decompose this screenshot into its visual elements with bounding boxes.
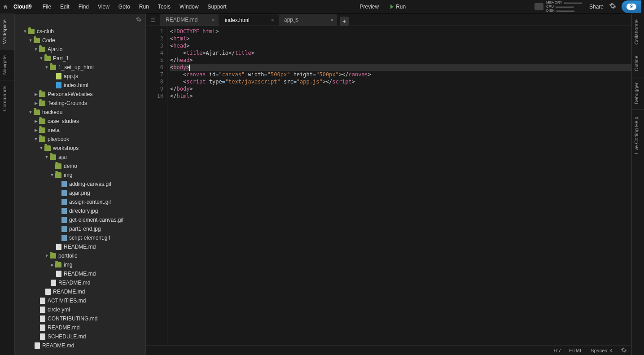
tree-file[interactable]: adding-canvas.gif xyxy=(15,180,145,188)
right-rail-collaborate[interactable]: Collaborate xyxy=(632,13,644,50)
close-icon[interactable]: × xyxy=(271,17,274,23)
code-line[interactable]: </head> xyxy=(170,57,631,64)
stats-icon[interactable] xyxy=(534,3,543,10)
share-button[interactable]: Share xyxy=(587,4,606,10)
logo[interactable]: Cloud9 xyxy=(12,4,34,10)
caret-icon[interactable] xyxy=(50,263,54,267)
menu-window[interactable]: Window xyxy=(175,2,203,12)
caret-icon[interactable] xyxy=(34,128,38,132)
caret-icon[interactable] xyxy=(28,110,33,114)
tree-file[interactable]: part1-end.jpg xyxy=(15,224,145,233)
code-line[interactable]: </body> xyxy=(170,85,631,92)
tree-file[interactable]: ACTIVITIES.md xyxy=(15,296,145,305)
caret-icon[interactable] xyxy=(39,56,44,61)
tree-file[interactable]: README.md xyxy=(15,269,145,278)
caret-icon[interactable] xyxy=(50,173,54,177)
tree-folder[interactable]: Ajar.io xyxy=(15,45,145,54)
right-rail-outline[interactable]: Outline xyxy=(632,50,644,77)
code-body[interactable]: <!DOCTYPE html><html><head> <title>Ajar.… xyxy=(167,26,631,345)
tree-folder[interactable]: case_studies xyxy=(15,117,145,126)
caret-icon[interactable] xyxy=(44,254,49,258)
tree-folder[interactable]: Testing-Grounds xyxy=(15,99,145,108)
cloud9-badge[interactable]: 9 xyxy=(622,0,641,13)
status-gear-icon[interactable] xyxy=(621,347,627,354)
file-tree[interactable]: cs-clubCodeAjar.ioPart_11_set_up_htmlapp… xyxy=(15,26,145,355)
caret-icon[interactable] xyxy=(34,92,38,96)
close-icon[interactable]: × xyxy=(330,17,333,23)
tree-folder[interactable]: playbook xyxy=(15,135,145,144)
caret-icon[interactable] xyxy=(39,146,44,150)
tree-file[interactable]: circle.yml xyxy=(15,305,145,314)
tree-file[interactable]: SCHEDULE.md xyxy=(15,332,145,341)
tree-file[interactable]: directory.jpg xyxy=(15,206,145,215)
status-lang[interactable]: HTML xyxy=(569,348,583,353)
code-line[interactable]: <script type="text/javascript" src="app.… xyxy=(170,78,631,85)
right-rail-debugger[interactable]: Debugger xyxy=(632,77,644,110)
menu-run[interactable]: Run xyxy=(135,2,153,12)
tree-file[interactable]: app.js xyxy=(15,72,145,81)
sidebar-gear-icon[interactable] xyxy=(136,16,142,24)
home-icon[interactable] xyxy=(3,4,9,10)
tree-file[interactable]: README.md xyxy=(15,323,145,332)
caret-icon[interactable] xyxy=(23,29,27,34)
tree-folder[interactable]: Personal-Websites xyxy=(15,90,145,99)
tree-file[interactable]: README.md xyxy=(15,287,145,296)
code-line[interactable]: <!DOCTYPE html> xyxy=(170,28,631,35)
tree-folder[interactable]: img xyxy=(15,260,145,269)
left-rail-commands[interactable]: Commands xyxy=(0,80,14,116)
caret-icon[interactable] xyxy=(34,47,38,52)
caret-icon[interactable] xyxy=(34,119,38,123)
tree-folder[interactable]: hackedu xyxy=(15,108,145,117)
menu-support[interactable]: Support xyxy=(203,2,231,12)
code-line[interactable]: <head> xyxy=(170,42,631,49)
menu-find[interactable]: Find xyxy=(74,2,93,12)
tree-file[interactable]: CONTRIBUTING.md xyxy=(15,314,145,323)
caret-icon[interactable] xyxy=(28,38,33,43)
caret-icon[interactable] xyxy=(44,155,49,159)
close-icon[interactable]: × xyxy=(211,17,215,23)
code-line[interactable]: <body> xyxy=(170,64,631,71)
status-spaces[interactable]: Spaces: 4 xyxy=(591,348,613,353)
tree-file[interactable]: README.md xyxy=(15,242,145,251)
tree-file[interactable]: README.md xyxy=(15,341,145,350)
tree-file[interactable]: script-element.gif xyxy=(15,233,145,242)
code-line[interactable]: <html> xyxy=(170,35,631,42)
tree-folder[interactable]: img xyxy=(15,171,145,180)
tree-folder[interactable]: cs-club xyxy=(15,27,145,36)
tree-folder[interactable]: 1_set_up_html xyxy=(15,63,145,72)
tree-folder[interactable]: Code xyxy=(15,36,145,45)
tab-index-html[interactable]: index.html× xyxy=(219,14,278,26)
tree-file[interactable]: get-element-canvas.gif xyxy=(15,215,145,224)
caret-icon[interactable] xyxy=(34,137,38,141)
tree-file[interactable]: index.html xyxy=(15,81,145,90)
code-line[interactable]: </html> xyxy=(170,92,631,100)
tree-folder[interactable]: workshops xyxy=(15,144,145,153)
menu-goto[interactable]: Goto xyxy=(114,2,135,12)
gear-icon[interactable] xyxy=(609,2,616,11)
tree-file[interactable]: assign-context.gif xyxy=(15,197,145,206)
left-rail-navigate[interactable]: Navigate xyxy=(0,49,14,80)
tree-file[interactable]: agar.png xyxy=(15,188,145,197)
menu-edit[interactable]: Edit xyxy=(56,2,74,12)
tree-folder[interactable]: portfolio xyxy=(15,251,145,260)
tab-app-js[interactable]: app.js× xyxy=(279,14,337,26)
tree-folder[interactable]: meta xyxy=(15,126,145,135)
menu-tools[interactable]: Tools xyxy=(153,2,175,12)
menu-view[interactable]: View xyxy=(93,2,114,12)
menu-file[interactable]: File xyxy=(38,2,56,12)
left-rail-workspace[interactable]: Workspace xyxy=(0,13,14,49)
sidebar-toggle-icon[interactable]: ☰ xyxy=(148,15,158,26)
caret-icon[interactable] xyxy=(44,65,49,70)
code-editor[interactable]: 12345678910 <!DOCTYPE html><html><head> … xyxy=(146,26,631,345)
preview-button[interactable]: Preview xyxy=(356,2,383,12)
tree-file[interactable]: README.md xyxy=(15,278,145,287)
tree-folder[interactable]: ajar xyxy=(15,153,145,162)
right-rail-live-coding-help-[interactable]: Live Coding Help! xyxy=(632,110,644,160)
code-line[interactable]: <canvas id="canvas" width="500px" height… xyxy=(170,71,631,78)
tree-folder[interactable]: Part_1 xyxy=(15,54,145,63)
tab-add-button[interactable]: + xyxy=(340,17,349,26)
code-line[interactable]: <title>Ajar.io</title> xyxy=(170,49,631,57)
tree-folder[interactable]: demo xyxy=(15,162,145,171)
run-button[interactable]: Run xyxy=(387,2,409,12)
tab-readme-md[interactable]: README.md× xyxy=(160,14,219,26)
